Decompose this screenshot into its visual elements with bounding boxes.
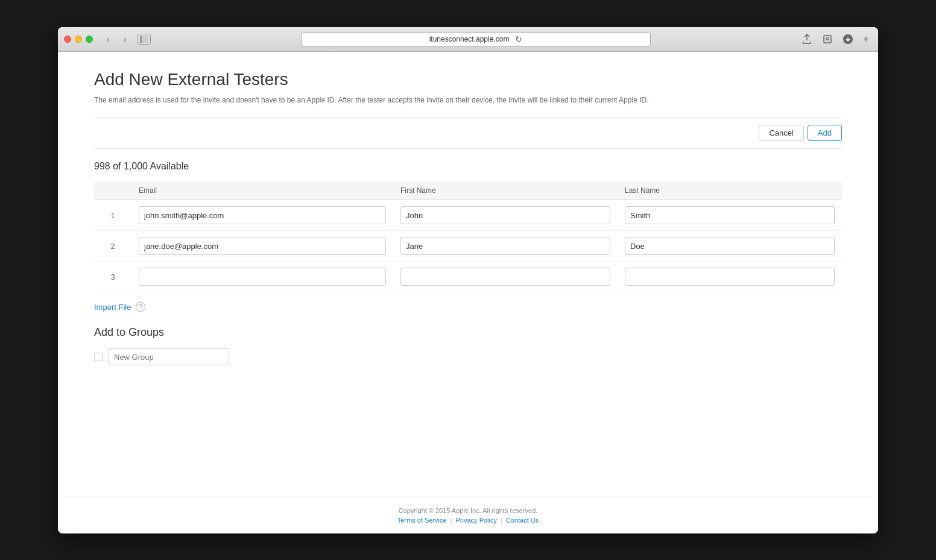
email-input-2[interactable]: [139, 237, 386, 255]
traffic-lights: [64, 36, 93, 43]
minimize-button[interactable]: [75, 36, 82, 43]
footer-sep-1: |: [451, 517, 452, 524]
address-bar-container: itunesconnect.apple.com ↻: [158, 32, 794, 46]
fullscreen-button[interactable]: [86, 36, 93, 43]
help-icon[interactable]: ?: [136, 302, 145, 312]
first-name-input-2[interactable]: [400, 237, 610, 255]
address-bar[interactable]: itunesconnect.apple.com ↻: [301, 32, 651, 46]
last-name-input-2[interactable]: [625, 237, 835, 255]
email-cell-1: [131, 200, 393, 231]
footer-copyright: Copyright © 2015 Apple Inc. All rights r…: [68, 507, 868, 514]
first-name-cell-2: [393, 231, 618, 262]
header-first-name: First Name: [393, 181, 618, 200]
table-row: 3: [94, 262, 842, 292]
email-input-1[interactable]: [139, 206, 386, 224]
last-name-cell-2: [618, 231, 842, 262]
footer-privacy-link[interactable]: Privacy Policy: [456, 517, 497, 524]
header-email: Email: [131, 181, 393, 200]
svg-rect-2: [824, 36, 831, 43]
nav-buttons: ‹ ›: [100, 34, 133, 45]
last-name-cell-3: [618, 262, 842, 292]
row-number-1: 1: [94, 200, 131, 231]
add-to-groups-section: Add to Groups: [94, 321, 842, 365]
header-last-name: Last Name: [618, 181, 842, 200]
page-subtitle: The email address is used for the invite…: [94, 95, 842, 105]
page-content: Add New External Testers The email addre…: [58, 52, 878, 533]
new-group-input[interactable]: [109, 348, 229, 365]
svg-rect-0: [140, 36, 142, 43]
first-name-cell-1: [393, 200, 618, 231]
new-tab-button[interactable]: +: [860, 33, 872, 45]
last-name-cell-1: [618, 200, 842, 231]
email-cell-2: [131, 231, 393, 262]
table-header: Email First Name Last Name: [94, 181, 842, 200]
first-name-cell-3: [393, 262, 618, 292]
forward-button[interactable]: ›: [117, 34, 133, 45]
table-row: 2: [94, 231, 842, 262]
add-button[interactable]: Add: [808, 125, 842, 141]
row-number-3: 3: [94, 262, 131, 292]
email-input-3[interactable]: [139, 268, 386, 286]
svg-rect-1: [143, 36, 148, 43]
import-file-section: Import File ?: [94, 292, 842, 321]
first-name-input-1[interactable]: [400, 206, 610, 224]
email-cell-3: [131, 262, 393, 292]
header-row-num: [94, 181, 131, 200]
page-footer: Copyright © 2015 Apple Inc. All rights r…: [58, 497, 878, 533]
add-to-groups-title: Add to Groups: [94, 321, 842, 348]
import-file-link[interactable]: Import File: [94, 303, 131, 312]
browser-chrome: ‹ › itunesconnect.apple.com ↻: [58, 27, 878, 52]
main-content: Add New External Testers The email addre…: [58, 52, 878, 497]
footer-contact-link[interactable]: Contact Us: [506, 517, 539, 524]
download-button[interactable]: [840, 32, 856, 46]
row-number-2: 2: [94, 231, 131, 262]
table-row: 1: [94, 200, 842, 231]
share-button[interactable]: [798, 32, 815, 46]
last-name-input-1[interactable]: [625, 206, 835, 224]
first-name-input-3[interactable]: [400, 268, 610, 286]
cancel-button[interactable]: Cancel: [759, 125, 803, 141]
action-bar: Cancel Add: [94, 117, 842, 148]
footer-sep-2: |: [501, 517, 502, 524]
back-button[interactable]: ‹: [100, 34, 116, 45]
group-row: [94, 348, 842, 365]
table-body: 1 2: [94, 200, 842, 292]
availability-text: 998 of 1,000 Available: [94, 149, 842, 181]
address-text: itunesconnect.apple.com: [429, 35, 510, 43]
footer-tos-link[interactable]: Terms of Service: [397, 517, 447, 524]
page-title: Add New External Testers: [94, 70, 842, 89]
browser-window: ‹ › itunesconnect.apple.com ↻: [58, 27, 878, 533]
last-name-input-3[interactable]: [625, 268, 835, 286]
reading-list-button[interactable]: [819, 32, 836, 46]
sidebar-toggle-button[interactable]: [138, 34, 151, 45]
tester-table: Email First Name Last Name 1: [94, 181, 842, 292]
close-button[interactable]: [64, 36, 71, 43]
footer-links: Terms of Service | Privacy Policy | Cont…: [68, 517, 868, 524]
browser-actions: +: [798, 32, 872, 46]
refresh-button[interactable]: ↻: [515, 34, 522, 44]
new-group-checkbox[interactable]: [94, 353, 103, 361]
